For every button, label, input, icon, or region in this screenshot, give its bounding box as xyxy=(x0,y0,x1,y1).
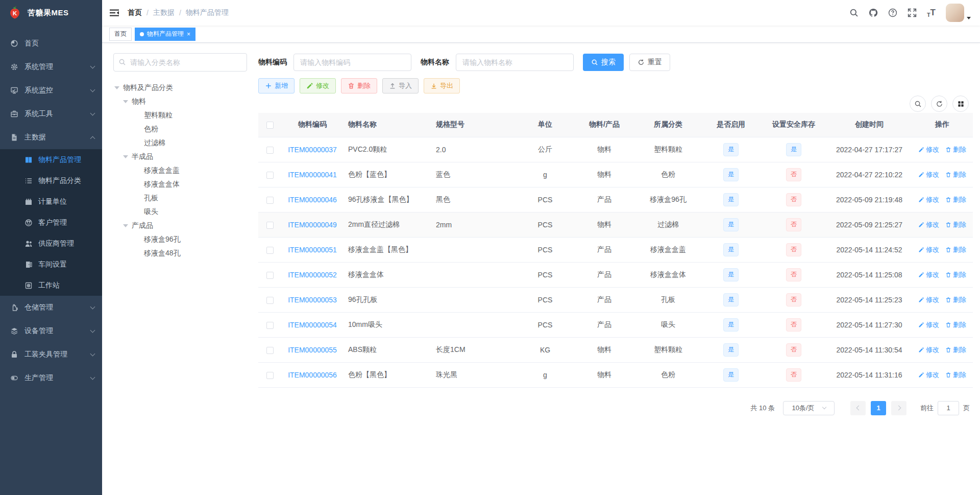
goto-page-input[interactable] xyxy=(938,401,959,415)
material-code-link[interactable]: ITEM00000053 xyxy=(288,296,337,304)
close-icon[interactable]: × xyxy=(187,31,190,37)
row-edit-link[interactable]: 修改 xyxy=(918,370,939,380)
row-delete-link[interactable]: 删除 xyxy=(945,295,966,304)
row-edit-link[interactable]: 修改 xyxy=(918,195,939,204)
sidebar-item-supplier-mgmt[interactable]: 供应商管理 xyxy=(0,233,102,254)
row-checkbox[interactable] xyxy=(266,322,274,329)
tree-node[interactable]: 移液盒96孔 xyxy=(113,232,247,246)
sidebar-item-warehouse-mgmt[interactable]: 仓储管理 xyxy=(0,296,102,319)
material-code-link[interactable]: ITEM00000054 xyxy=(288,321,337,329)
material-code-link[interactable]: ITEM00000041 xyxy=(288,171,337,179)
sidebar-item-unit-of-measure[interactable]: 计量单位 xyxy=(0,191,102,212)
sidebar-item-system-mgmt[interactable]: 系统管理 xyxy=(0,55,102,79)
sidebar-item-material-product-category[interactable]: 物料产品分类 xyxy=(0,170,102,191)
refresh-button[interactable] xyxy=(931,96,947,112)
sidebar-item-equipment-mgmt[interactable]: 设备管理 xyxy=(0,319,102,343)
material-code-link[interactable]: ITEM00000049 xyxy=(288,221,337,229)
row-edit-link[interactable]: 修改 xyxy=(918,170,939,179)
add-button[interactable]: 新增 xyxy=(258,78,295,93)
help-icon[interactable] xyxy=(888,8,897,17)
material-code-link[interactable]: ITEM00000052 xyxy=(288,271,337,279)
breadcrumb-home[interactable]: 首页 xyxy=(128,8,142,17)
row-delete-link[interactable]: 删除 xyxy=(945,270,966,279)
row-edit-link[interactable]: 修改 xyxy=(918,145,939,154)
tree-node[interactable]: 移液盒48孔 xyxy=(113,246,247,260)
sidebar-item-system-tools[interactable]: 系统工具 xyxy=(0,102,102,126)
sidebar-item-system-monitor[interactable]: 系统监控 xyxy=(0,79,102,102)
sidebar-item-master-data[interactable]: 主数据 xyxy=(0,126,102,149)
page-size-select[interactable]: 10条/页 xyxy=(783,401,835,415)
tree-node[interactable]: 塑料颗粒 xyxy=(113,108,247,122)
font-size-icon[interactable]: TT xyxy=(927,8,936,18)
tree-node[interactable]: 移液盒盒盖 xyxy=(113,163,247,177)
github-icon[interactable] xyxy=(869,8,878,17)
sidebar-item-workshop-settings[interactable]: 车间设置 xyxy=(0,254,102,275)
row-delete-link[interactable]: 删除 xyxy=(945,220,966,229)
row-delete-link[interactable]: 删除 xyxy=(945,245,966,254)
select-all-checkbox[interactable] xyxy=(266,122,274,129)
caret-down-icon[interactable] xyxy=(114,86,119,89)
sidebar-item-home[interactable]: 首页 xyxy=(0,32,102,55)
tree-node[interactable]: 产成品 xyxy=(113,219,247,232)
caret-down-icon[interactable] xyxy=(123,224,128,227)
tree-node[interactable]: 物料及产品分类 xyxy=(113,81,247,95)
avatar[interactable] xyxy=(946,4,964,22)
next-page-button[interactable] xyxy=(891,401,906,415)
row-delete-link[interactable]: 删除 xyxy=(945,145,966,154)
tree-node[interactable]: 过滤棉 xyxy=(113,136,247,150)
row-edit-link[interactable]: 修改 xyxy=(918,320,939,329)
sidebar-item-production-mgmt[interactable]: 生产管理 xyxy=(0,366,102,390)
material-code-link[interactable]: ITEM00000051 xyxy=(288,246,337,254)
row-edit-link[interactable]: 修改 xyxy=(918,220,939,229)
material-code-link[interactable]: ITEM00000055 xyxy=(288,346,337,354)
import-button[interactable]: 导入 xyxy=(382,78,419,93)
caret-down-icon[interactable] xyxy=(123,155,128,158)
row-edit-link[interactable]: 修改 xyxy=(918,270,939,279)
show-search-button[interactable] xyxy=(910,96,926,112)
edit-button[interactable]: 修改 xyxy=(300,78,336,93)
row-checkbox[interactable] xyxy=(266,247,274,254)
row-checkbox[interactable] xyxy=(266,297,274,304)
material-name-input[interactable] xyxy=(456,54,574,71)
column-settings-button[interactable] xyxy=(952,96,969,112)
reset-button[interactable]: 重置 xyxy=(629,54,670,71)
row-delete-link[interactable]: 删除 xyxy=(945,195,966,204)
row-delete-link[interactable]: 删除 xyxy=(945,320,966,329)
export-button[interactable]: 导出 xyxy=(424,78,460,93)
row-delete-link[interactable]: 删除 xyxy=(945,345,966,355)
row-edit-link[interactable]: 修改 xyxy=(918,345,939,355)
row-edit-link[interactable]: 修改 xyxy=(918,295,939,304)
sidebar-item-material-product-mgmt[interactable]: 物料产品管理 xyxy=(0,149,102,170)
tree-node[interactable]: 吸头 xyxy=(113,205,247,219)
row-delete-link[interactable]: 删除 xyxy=(945,370,966,380)
page-number-1[interactable]: 1 xyxy=(871,401,886,415)
prev-page-button[interactable] xyxy=(850,401,866,415)
hamburger-icon[interactable] xyxy=(109,8,119,18)
row-checkbox[interactable] xyxy=(266,372,274,379)
material-code-link[interactable]: ITEM00000037 xyxy=(288,146,337,154)
category-search-input[interactable] xyxy=(113,53,247,72)
tree-node[interactable]: 移液盒盒体 xyxy=(113,177,247,191)
row-checkbox[interactable] xyxy=(266,172,274,179)
tree-node[interactable]: 色粉 xyxy=(113,122,247,136)
material-code-link[interactable]: ITEM00000046 xyxy=(288,196,337,204)
row-edit-link[interactable]: 修改 xyxy=(918,245,939,254)
tree-node[interactable]: 物料 xyxy=(113,95,247,108)
caret-down-icon[interactable] xyxy=(123,100,128,103)
tree-node[interactable]: 半成品 xyxy=(113,150,247,163)
row-checkbox[interactable] xyxy=(266,222,274,229)
delete-button[interactable]: 删除 xyxy=(341,78,377,93)
user-menu[interactable] xyxy=(946,4,971,22)
search-icon[interactable] xyxy=(849,8,859,17)
sidebar-item-customer-mgmt[interactable]: 客户管理 xyxy=(0,212,102,233)
tag-material-product-mgmt[interactable]: 物料产品管理 × xyxy=(135,28,195,41)
tree-node[interactable]: 孔板 xyxy=(113,191,247,205)
material-code-input[interactable] xyxy=(293,54,411,71)
row-delete-link[interactable]: 删除 xyxy=(945,170,966,179)
tag-home[interactable]: 首页 xyxy=(109,28,132,41)
sidebar-item-fixture-mgmt[interactable]: 工装夹具管理 xyxy=(0,343,102,366)
row-checkbox[interactable] xyxy=(266,197,274,204)
row-checkbox[interactable] xyxy=(266,272,274,279)
search-button[interactable]: 搜索 xyxy=(583,54,624,71)
row-checkbox[interactable] xyxy=(266,347,274,354)
